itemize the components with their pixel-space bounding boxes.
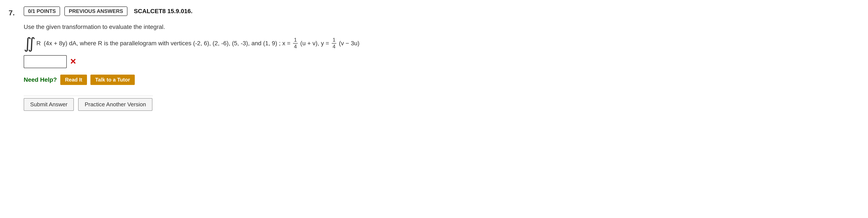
fraction-x: 1 4 (293, 37, 298, 50)
transform-y-expr: (v − 3u) (339, 40, 360, 47)
need-help-label: Need Help? (24, 76, 57, 83)
practice-another-version-button[interactable]: Practice Another Version (78, 98, 152, 111)
fraction-y-denominator: 4 (332, 44, 336, 50)
question-header: 0/1 POINTS PREVIOUS ANSWERS SCALCET8 15.… (24, 6, 859, 16)
question-content: 0/1 POINTS PREVIOUS ANSWERS SCALCET8 15.… (24, 6, 859, 212)
incorrect-mark: ✕ (70, 57, 76, 66)
integral-symbol: ∬ (24, 36, 35, 51)
problem-description: Use the given transformation to evaluate… (24, 22, 859, 31)
transform-x-expr: (u + v), (300, 40, 319, 47)
integral-subscript-r: R (36, 40, 41, 47)
answer-input[interactable] (24, 55, 67, 68)
question-number: 7. (9, 6, 17, 212)
fraction-y: 1 4 (332, 37, 336, 50)
semicolon: ; (279, 40, 281, 47)
transform-y-label: y = (321, 40, 329, 47)
condition-text: where R is the parallelogram with vertic… (80, 40, 191, 47)
points-badge: 0/1 POINTS (24, 6, 60, 16)
fraction-y-numerator: 1 (332, 37, 336, 44)
problem-id: SCALCET8 15.9.016. (134, 8, 192, 15)
integrand-text: (4x + 8y) dA, (44, 40, 78, 47)
submit-answer-button[interactable]: Submit Answer (24, 98, 74, 111)
fraction-x-numerator: 1 (293, 37, 298, 44)
answer-input-row: ✕ (24, 55, 859, 68)
read-it-button[interactable]: Read It (60, 75, 87, 85)
need-help-row: Need Help? Read It Talk to a Tutor (24, 75, 859, 85)
talk-to-tutor-button[interactable]: Talk to a Tutor (90, 75, 135, 85)
transform-x-label: x = (282, 40, 290, 47)
prev-answers-badge: PREVIOUS ANSWERS (64, 6, 127, 16)
action-row: Submit Answer Practice Another Version (24, 98, 859, 111)
integral-line: ∬ R (4x + 8y) dA, where R is the paralle… (24, 36, 859, 51)
vertices-text: (-2, 6), (2, -6), (5, -3), and (1, 9) (193, 40, 277, 47)
fraction-x-denominator: 4 (293, 44, 298, 50)
